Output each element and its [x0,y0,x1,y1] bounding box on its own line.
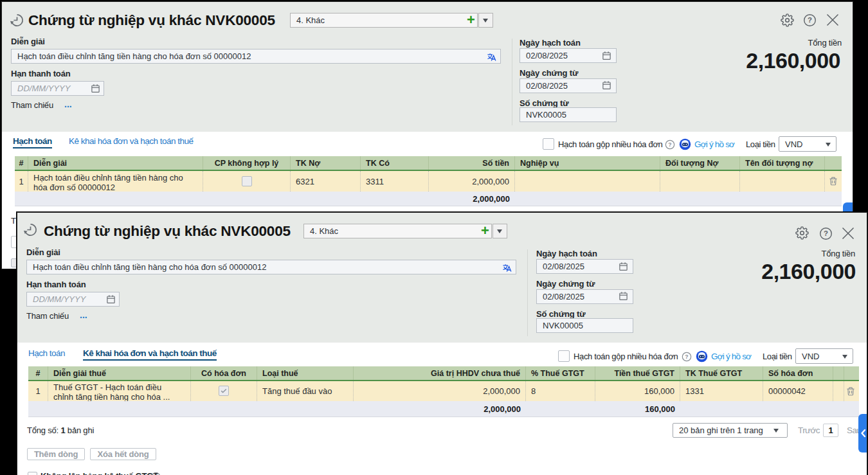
svg-text:?: ? [824,229,828,237]
svg-text:?: ? [808,16,812,24]
svg-text:?: ? [668,141,671,148]
svg-text:?: ? [685,354,688,360]
